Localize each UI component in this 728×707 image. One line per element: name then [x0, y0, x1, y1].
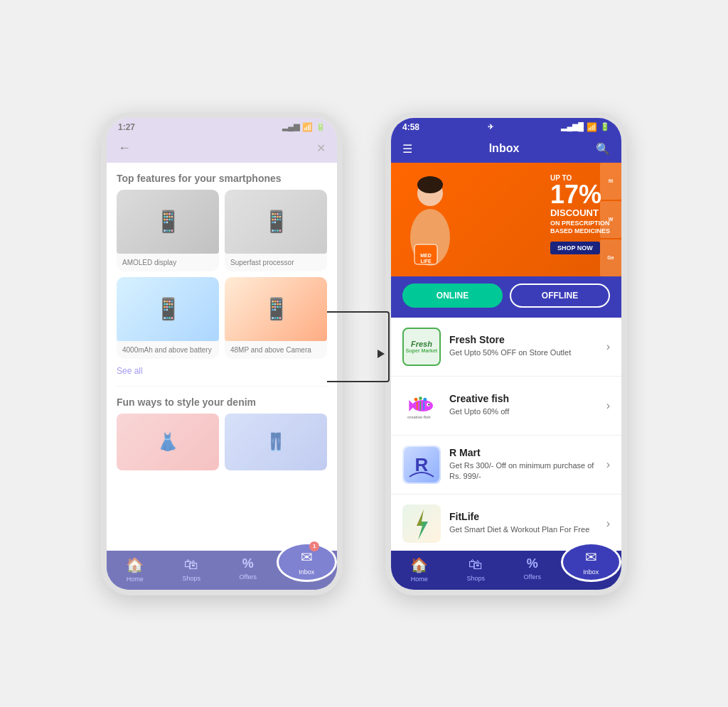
left-nav-shops[interactable]: 🛍 Shops [164, 556, 220, 583]
search-icon[interactable]: 🔍 [596, 142, 610, 156]
offline-toggle[interactable]: OFFLINE [510, 284, 610, 308]
right-nav-inbox[interactable]: ✉ Inbox [561, 542, 622, 582]
svg-point-13 [414, 397, 418, 401]
menu-icon[interactable]: ☰ [402, 142, 412, 156]
right-inbox-icon: ✉ [585, 549, 597, 566]
left-bottom-nav: 🏠 Home 🛍 Shops % Offers 1 ✉ Inbox [107, 551, 337, 590]
fitlife-logo [402, 504, 441, 543]
style-card-1[interactable]: 👗 [117, 414, 219, 470]
person-svg: MED LIFE [395, 173, 466, 276]
banner-person: MED LIFE [391, 177, 469, 276]
banner-side-cards: fit W Ge [600, 163, 621, 276]
connector-box [327, 311, 390, 382]
connector-arrow [378, 350, 385, 358]
fresh-store-name: Fresh Store [449, 334, 598, 345]
fitlife-name: FitLife [449, 511, 598, 522]
right-offers-icon: % [527, 556, 538, 571]
store-list: Fresh Super Market Fresh Store Get Upto … [391, 318, 621, 551]
feature-camera[interactable]: 📱 48MP and above Camera [225, 277, 327, 359]
right-status-icons: ▂▄▆█ 📶 🔋 [561, 122, 610, 132]
home-label: Home [127, 576, 144, 583]
see-all-link[interactable]: See all [107, 366, 337, 383]
svg-point-9 [428, 404, 429, 405]
style-card-2[interactable]: 👖 [225, 414, 327, 470]
amoled-image: 📱 [117, 190, 219, 254]
toggle-row: ONLINE OFFLINE [391, 276, 621, 318]
right-location-icon: ✈ [488, 123, 493, 131]
svg-text:creative fish: creative fish [407, 415, 431, 419]
left-nav-offers[interactable]: % Offers [220, 556, 277, 583]
amoled-label: AMOLED display [117, 254, 219, 271]
creative-fish-name: Creative fish [449, 393, 598, 404]
inbox-icon: ✉ [301, 549, 313, 566]
processor-label: Superfast processor [225, 254, 327, 271]
home-icon: 🏠 [126, 556, 144, 573]
camera-label: 48MP and above Camera [225, 341, 327, 359]
left-nav-home[interactable]: 🏠 Home [107, 556, 164, 583]
store-item-creative-fish[interactable]: creative fish Creative fish Get Upto 60%… [391, 377, 621, 436]
right-nav-home[interactable]: 🏠 Home [391, 556, 448, 583]
left-status-icons: ▂▄▆ 📶 🔋 [282, 122, 326, 132]
right-nav-shops[interactable]: 🛍 Shops [448, 556, 505, 583]
phones-wrapper: 1:27 ▂▄▆ 📶 🔋 ← ✕ Top features for your s… [101, 112, 627, 595]
close-button[interactable]: ✕ [316, 141, 326, 155]
shop-now-button[interactable]: SHOP NOW [550, 242, 600, 254]
right-time: 4:58 [402, 122, 419, 132]
side-card-3: Ge [600, 239, 621, 276]
store-item-fresh[interactable]: Fresh Super Market Fresh Store Get Upto … [391, 318, 621, 377]
signal-icon: ▂▄▆ [282, 122, 299, 131]
rmart-logo: R [402, 446, 441, 484]
svg-point-14 [419, 396, 422, 400]
style-grid: 👗 👖 [107, 414, 337, 470]
rmart-name: R Mart [449, 447, 598, 458]
side-card-2: W [600, 201, 621, 238]
fresh-store-logo: Fresh Super Market [402, 328, 441, 366]
rmart-desc: Get Rs 300/- Off on minimum purchase of … [449, 460, 598, 482]
feature-processor[interactable]: 📱 Superfast processor [225, 190, 327, 271]
feature-amoled[interactable]: 📱 AMOLED display [117, 190, 219, 271]
inbox-title: Inbox [412, 142, 596, 155]
fish-chevron-icon: › [606, 399, 610, 412]
right-battery-icon: 🔋 [600, 122, 610, 131]
fitlife-desc: Get Smart Diet & Workout Plan For Free [449, 524, 598, 535]
feature-battery[interactable]: 📱 4000mAh and above battery [117, 277, 219, 359]
right-bottom-nav: 🏠 Home 🛍 Shops % Offers ✉ Inbox [391, 551, 621, 590]
shops-icon: 🛍 [184, 556, 198, 573]
battery-label: 4000mAh and above battery [117, 341, 219, 359]
creative-fish-info: Creative fish Get Upto 60% off [449, 393, 598, 417]
battery-image: 📱 [117, 277, 219, 341]
right-status-bar: 4:58 ✈ ▂▄▆█ 📶 🔋 [391, 118, 621, 135]
svg-marker-7 [409, 400, 414, 411]
right-shops-icon: 🛍 [469, 556, 483, 573]
right-home-icon: 🏠 [410, 556, 428, 573]
back-button[interactable]: ← [118, 141, 131, 156]
right-inbox-label: Inbox [583, 568, 599, 576]
rmart-svg: R [404, 447, 439, 482]
fitlife-info: FitLife Get Smart Diet & Workout Plan Fo… [449, 511, 598, 535]
left-content: Top features for your smartphones 📱 AMOL… [107, 163, 337, 551]
left-phone: 1:27 ▂▄▆ 📶 🔋 ← ✕ Top features for your s… [101, 112, 343, 595]
right-shops-label: Shops [466, 575, 485, 582]
left-status-bar: 1:27 ▂▄▆ 📶 🔋 [107, 118, 337, 135]
fitlife-svg [404, 506, 439, 541]
store-item-rmart[interactable]: R R Mart Get Rs 300/- Off on minimum pur… [391, 436, 621, 495]
right-nav-offers[interactable]: % Offers [504, 556, 561, 583]
svg-point-2 [417, 176, 443, 193]
inbox-label: Inbox [299, 568, 314, 576]
section-title: Top features for your smartphones [107, 163, 337, 190]
fresh-store-desc: Get Upto 50% OFF on Store Outlet [449, 347, 598, 358]
right-offers-label: Offers [524, 573, 541, 581]
left-nav-inbox[interactable]: 1 ✉ Inbox [277, 542, 338, 582]
inbox-header: ☰ Inbox 🔍 [391, 135, 621, 163]
online-toggle[interactable]: ONLINE [402, 284, 503, 308]
fish-svg: creative fish [404, 392, 439, 420]
promo-banner[interactable]: MED LIFE UP TO 17% DISCOUNT ON PRESCRIPT… [391, 163, 621, 276]
left-time: 1:27 [118, 122, 135, 132]
right-home-label: Home [411, 576, 428, 583]
inbox-badge: 1 [309, 541, 319, 551]
rmart-chevron-icon: › [606, 458, 610, 471]
section2-title: Fun ways to style your denim [107, 389, 337, 414]
wifi-icon: 📶 [302, 122, 313, 132]
right-signal-icon: ▂▄▆█ [561, 122, 584, 131]
svg-text:MED: MED [420, 253, 432, 258]
